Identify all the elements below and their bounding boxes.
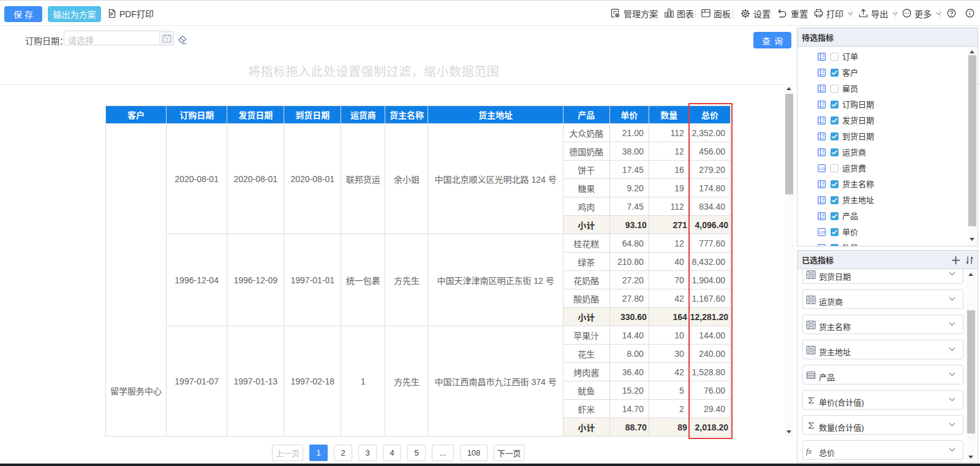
svg-text:123: 123 [818, 231, 825, 234]
svg-text:fx: fx [806, 447, 812, 456]
svg-text:7: 7 [165, 37, 168, 42]
svg-text:123: 123 [818, 167, 825, 170]
